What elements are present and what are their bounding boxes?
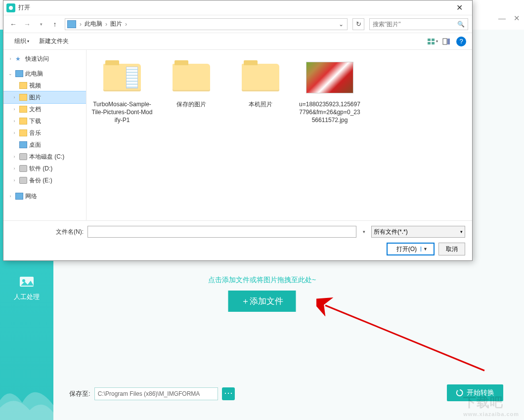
tree-label: 快速访问 [25,55,49,63]
search-icon[interactable]: 🔍 [457,21,465,28]
folder-y-icon [19,118,27,125]
filename-history-dropdown[interactable]: ▾ [360,229,367,234]
tree-label: 文档 [29,105,41,114]
refresh-button[interactable]: ↻ [352,18,364,30]
expand-icon[interactable]: › [7,56,13,61]
svg-point-2 [9,6,13,10]
dialog-close-button[interactable]: ✕ [449,3,469,12]
breadcrumb-segment[interactable]: 图片 [109,20,124,28]
svg-rect-8 [447,39,450,44]
expand-icon[interactable]: ⌄ [7,71,13,76]
disk-icon [19,177,27,184]
tree-item[interactable]: 桌面 [3,139,86,151]
tree-item[interactable]: ›文档 [3,103,86,115]
drop-hint-text: 点击添加文件或将图片拖拽至此处~ [208,276,316,285]
file-item[interactable]: TurboMosaic-Sample-Tile-Pictures-Dont-Mo… [90,59,154,125]
help-button[interactable]: ? [456,37,466,46]
folder-y-icon [19,82,27,89]
close-icon[interactable]: ✕ [514,14,520,23]
expand-icon[interactable]: › [11,95,17,100]
file-item[interactable]: 本机照片 [229,59,292,108]
image-thumbnail [306,62,353,93]
minimize-icon[interactable]: — [498,14,506,23]
tree-label: 软件 (D:) [29,165,52,173]
open-split-dropdown[interactable]: ▼ [421,247,430,252]
open-button[interactable]: 打开(O) ▼ [387,243,435,255]
search-input[interactable] [373,21,457,28]
refresh-icon [456,389,464,397]
pc-icon [15,70,23,77]
disk-icon [19,165,27,172]
tree-label: 此电脑 [25,70,43,78]
expand-icon[interactable]: › [11,119,17,124]
folder-y-icon [19,129,27,136]
tree-item[interactable]: ›网络 [3,190,86,202]
tree-item[interactable]: ›★快速访问 [3,53,86,65]
tree-item[interactable]: ›音乐 [3,127,86,139]
saveto-input[interactable] [94,387,218,400]
tree-item[interactable]: ›备份 (E:) [3,174,86,186]
folder-icon [103,64,141,91]
pc-icon [67,20,76,28]
tree-item[interactable]: ›软件 (D:) [3,163,86,174]
tree-item[interactable]: ›下载 [3,115,86,127]
sidebar-item-manual[interactable]: 人工处理 [0,267,53,308]
add-file-button[interactable]: ＋添加文件 [228,291,296,312]
nav-forward-button[interactable]: → [21,18,33,30]
svg-rect-3 [428,39,431,41]
dialog-title: 打开 [18,3,449,12]
disk-icon [19,153,27,160]
file-name: u=1880235923,1256977796&fm=26&gp=0_23566… [298,100,361,125]
cancel-button[interactable]: 取消 [438,243,465,255]
file-item[interactable]: 保存的图片 [160,59,223,108]
filename-input[interactable] [87,226,356,238]
nav-bar: ← → ▾ ↑ › 此电脑 › 图片 › ⌄ ↻ 🔍 [3,15,472,33]
chevron-right-icon: › [124,21,129,28]
tree-item[interactable]: ›图片 [3,91,86,103]
expand-icon[interactable]: › [7,194,13,199]
nav-recent-dropdown[interactable]: ▾ [35,18,47,30]
toolbar: 组织▾ 新建文件夹 ▾ ? [3,33,472,50]
svg-rect-4 [432,39,435,41]
dialog-body: ›★快速访问⌄此电脑视频›图片›文档›下载›音乐桌面›本地磁盘 (C:)›软件 … [3,50,472,220]
expand-icon[interactable]: › [11,166,17,171]
expand-icon[interactable]: › [11,154,17,159]
file-name: 保存的图片 [160,100,223,108]
expand-icon[interactable]: › [11,107,17,112]
view-mode-button[interactable]: ▾ [426,38,439,45]
decoration-hills [0,376,53,420]
nav-back-button[interactable]: ← [7,18,19,30]
tree-item[interactable]: ⌄此电脑 [3,68,86,80]
tree-label: 网络 [25,192,37,201]
pc-icon [15,193,23,200]
tree-label: 音乐 [29,129,41,137]
dialog-titlebar: 打开 ✕ [3,0,472,15]
tree-label: 桌面 [29,141,41,149]
tree-label: 视频 [29,82,41,90]
preview-pane-button[interactable] [439,38,453,45]
browse-button[interactable]: ⋯ [222,387,235,400]
tree-label: 备份 (E:) [29,176,52,185]
svg-point-1 [22,279,25,282]
tree-item[interactable]: 视频 [3,80,86,91]
svg-rect-6 [432,42,435,44]
new-folder-button[interactable]: 新建文件夹 [34,35,74,47]
tree-item[interactable]: ›本地磁盘 (C:) [3,151,86,163]
watermark: 下载吧 www.xiazaiba.com [463,394,519,417]
file-item[interactable]: u=1880235923,1256977796&fm=26&gp=0_23566… [298,59,361,125]
tree-label: 下载 [29,117,41,126]
nav-up-button[interactable]: ↑ [49,18,61,30]
file-name: TurboMosaic-Sample-Tile-Pictures-Dont-Mo… [90,100,154,125]
breadcrumb-dropdown[interactable]: ⌄ [337,21,345,28]
breadcrumb[interactable]: › 此电脑 › 图片 › ⌄ [65,18,348,30]
expand-icon[interactable]: › [11,130,17,135]
organize-menu[interactable]: 组织▾ [9,35,34,47]
expand-icon[interactable]: › [11,178,17,183]
breadcrumb-segment[interactable]: 此电脑 [83,20,104,28]
folder-y-icon [19,94,27,101]
file-filter-dropdown[interactable]: 所有文件(*.*)▾ [371,226,465,238]
folder-icon [173,64,210,91]
search-box[interactable]: 🔍 [369,18,468,30]
nav-tree: ›★快速访问⌄此电脑视频›图片›文档›下载›音乐桌面›本地磁盘 (C:)›软件 … [3,50,87,220]
chevron-right-icon: › [104,21,109,28]
